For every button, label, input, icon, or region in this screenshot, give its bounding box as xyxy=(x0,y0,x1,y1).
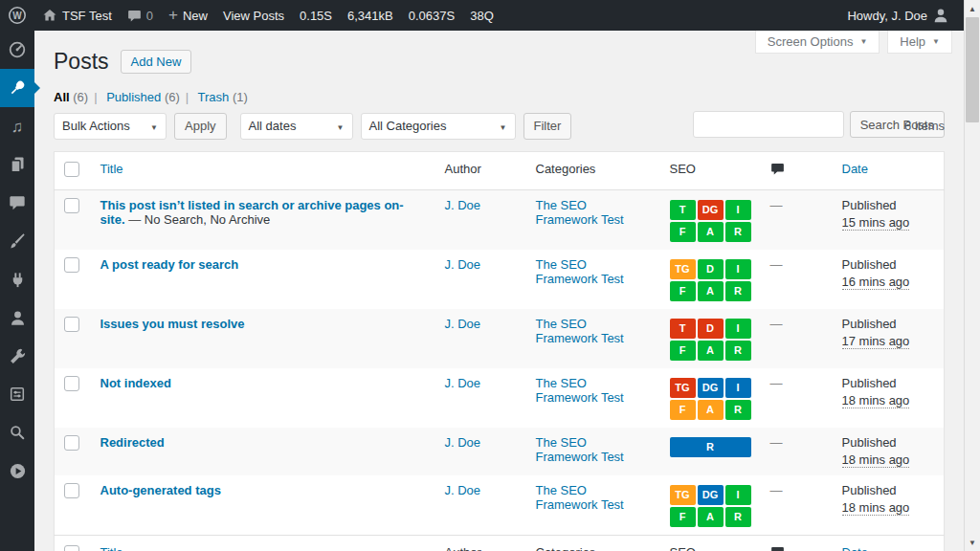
seo-badge-r: R xyxy=(725,507,751,527)
select-all-checkbox[interactable] xyxy=(64,545,79,551)
seo-badge-r: R xyxy=(725,222,751,242)
row-checkbox[interactable] xyxy=(64,257,79,273)
home-icon xyxy=(42,8,57,23)
author-link[interactable]: J. Doe xyxy=(445,435,481,450)
date-cell: Published15 mins ago xyxy=(833,189,945,250)
sidebar-item-pages[interactable] xyxy=(0,145,34,184)
admin-bar-comments[interactable]: 0 xyxy=(120,0,161,31)
view-all-link[interactable]: All (6) xyxy=(54,90,88,104)
seo-badge-a: A xyxy=(698,281,724,301)
media-icon: ♫ xyxy=(11,119,24,135)
seo-badge-i: I xyxy=(725,378,751,398)
post-title-link[interactable]: Redirected xyxy=(100,435,165,450)
date-cell: Published18 mins ago xyxy=(833,368,945,428)
author-link[interactable]: J. Doe xyxy=(445,317,481,331)
sort-date-header[interactable]: Date xyxy=(842,545,868,551)
scrollbar-thumb[interactable] xyxy=(966,17,979,122)
seo-bar: TDGIFAR xyxy=(670,200,751,242)
author-link[interactable]: J. Doe xyxy=(445,198,481,212)
author-header: Author xyxy=(435,151,526,189)
table-row: Auto-generated tags J. Doe The SEO Frame… xyxy=(55,475,945,536)
view-trash-link[interactable]: Trash (1) xyxy=(198,90,248,104)
seo-badge-d: D xyxy=(698,319,724,339)
wordpress-logo-icon[interactable]: W xyxy=(0,0,34,31)
sidebar-item-media[interactable]: ♫ xyxy=(0,107,34,145)
category-link[interactable]: The SEO Framework Test xyxy=(536,257,624,286)
comments-column-icon xyxy=(770,162,785,176)
sidebar-item-comments[interactable] xyxy=(0,184,34,222)
seo-bar: R xyxy=(670,437,751,457)
post-title-link[interactable]: Not indexed xyxy=(100,376,171,390)
seo-badge-f: F xyxy=(670,222,696,242)
sidebar-item-posts[interactable] xyxy=(0,69,34,107)
category-link[interactable]: The SEO Framework Test xyxy=(536,317,624,345)
view-published-link[interactable]: Published (6) xyxy=(106,90,180,104)
perf-query-count: 38Q xyxy=(462,0,501,31)
table-row: This post isn’t listed in search or arch… xyxy=(55,189,945,250)
sidebar-item-users[interactable] xyxy=(0,298,34,337)
sidebar-item-dashboard[interactable] xyxy=(0,31,34,69)
comment-bubble-icon xyxy=(127,9,142,23)
scroll-down-arrow[interactable]: ▼ xyxy=(965,535,980,550)
seo-badge-f: F xyxy=(670,341,696,361)
pages-icon xyxy=(8,155,27,174)
row-checkbox[interactable] xyxy=(64,317,79,332)
vertical-scrollbar[interactable]: ▲ ▼ xyxy=(964,0,980,551)
select-all-checkbox[interactable] xyxy=(64,162,79,177)
sidebar-item-search[interactable] xyxy=(0,413,34,452)
date-cell: Published16 mins ago xyxy=(833,250,945,309)
scroll-up-arrow[interactable]: ▲ xyxy=(965,1,980,16)
add-new-button[interactable]: Add New xyxy=(121,50,192,74)
plus-icon: + xyxy=(168,7,178,23)
new-content-button[interactable]: + New xyxy=(161,0,215,31)
filter-button[interactable]: Filter xyxy=(523,113,572,140)
sort-title-header[interactable]: Title xyxy=(100,162,123,176)
page-title: Posts xyxy=(54,48,109,77)
apply-button[interactable]: Apply xyxy=(174,113,227,140)
sidebar-item-settings[interactable] xyxy=(0,375,34,413)
view-posts-link[interactable]: View Posts xyxy=(215,0,292,31)
post-title-link[interactable]: Auto-generated tags xyxy=(100,483,221,497)
chevron-down-icon: ▼ xyxy=(500,123,507,132)
seo-header: SEO xyxy=(660,151,761,189)
category-link[interactable]: The SEO Framework Test xyxy=(536,198,624,227)
category-link[interactable]: The SEO Framework Test xyxy=(536,435,624,464)
sidebar-item-plugins[interactable] xyxy=(0,260,34,298)
bulk-actions-select[interactable]: Bulk Actions ▼ xyxy=(54,113,167,140)
sort-title-header[interactable]: Title xyxy=(100,545,123,551)
category-link[interactable]: The SEO Framework Test xyxy=(536,483,624,512)
category-link[interactable]: The SEO Framework Test xyxy=(536,376,624,405)
seo-badge-tg: TG xyxy=(670,378,696,398)
user-icon xyxy=(9,309,27,327)
seo-badge-a: A xyxy=(698,400,724,420)
active-menu-arrow xyxy=(34,82,40,94)
dates-filter-select[interactable]: All dates ▼ xyxy=(240,113,353,140)
seo-bar: TGDGIFAR xyxy=(670,485,751,527)
site-name-label: TSF Test xyxy=(62,9,112,23)
screen-options-tab[interactable]: Screen Options ▼ xyxy=(755,31,880,54)
seo-badge-t: T xyxy=(670,319,696,339)
my-account-link[interactable]: Howdy, J. Doe xyxy=(839,0,957,31)
settings-icon xyxy=(9,386,26,403)
post-state: No Search, No Archive xyxy=(145,212,271,227)
post-title-link[interactable]: A post ready for search xyxy=(100,257,239,272)
seo-badge-t: T xyxy=(670,200,696,220)
author-link[interactable]: J. Doe xyxy=(445,257,481,272)
sidebar-item-appearance[interactable] xyxy=(0,222,34,260)
help-tab[interactable]: Help ▼ xyxy=(887,31,952,54)
post-title-link[interactable]: Issues you must resolve xyxy=(100,317,245,331)
sort-date-header[interactable]: Date xyxy=(842,162,868,176)
author-link[interactable]: J. Doe xyxy=(445,376,481,390)
sidebar-item-tools[interactable] xyxy=(0,337,34,375)
row-checkbox[interactable] xyxy=(64,435,79,451)
row-checkbox[interactable] xyxy=(64,198,79,213)
row-checkbox[interactable] xyxy=(64,376,79,391)
seo-badge-f: F xyxy=(670,507,696,527)
site-name-link[interactable]: TSF Test xyxy=(34,0,120,31)
categories-filter-select[interactable]: All Categories ▼ xyxy=(361,113,516,140)
row-checkbox[interactable] xyxy=(64,483,79,498)
date-cell: Published18 mins ago xyxy=(833,475,945,536)
dashboard-icon xyxy=(8,40,27,59)
sidebar-item-collapse-menu[interactable] xyxy=(0,452,34,490)
author-link[interactable]: J. Doe xyxy=(445,483,481,497)
